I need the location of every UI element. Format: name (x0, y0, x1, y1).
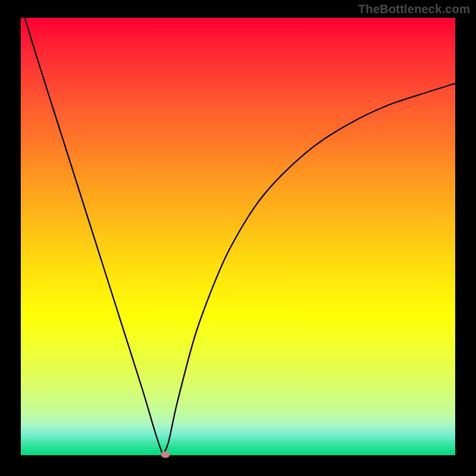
bottleneck-curve (21, 18, 455, 455)
chart-frame: TheBottleneck.com (0, 0, 476, 476)
optimum-marker (161, 451, 170, 458)
plot-area (21, 18, 455, 455)
watermark-text: TheBottleneck.com (358, 2, 470, 16)
